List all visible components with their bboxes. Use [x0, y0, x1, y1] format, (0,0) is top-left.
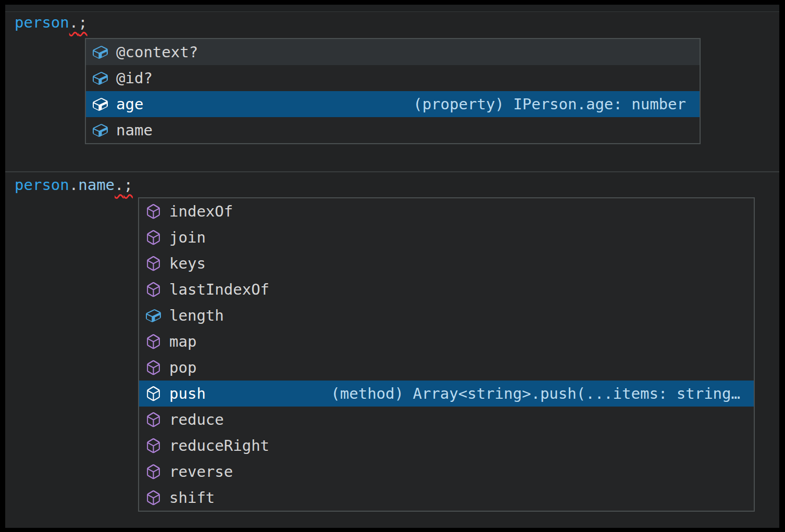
- suggestion-label: reduce: [169, 411, 224, 428]
- suggest-widget-2: indexOfjoinkeyslastIndexOflengthmappoppu…: [138, 197, 755, 512]
- suggest-widget-1: @context?@id?age(property) IPerson.age: …: [85, 38, 701, 144]
- suggestion-label: map: [169, 333, 196, 350]
- suggestion-item-length[interactable]: length: [139, 302, 754, 328]
- suggestion-label: keys: [169, 255, 206, 272]
- suggestion-detail: (property) IPerson.age: number: [413, 95, 700, 113]
- symbol-method-icon: [145, 359, 162, 376]
- suggestion-label: reverse: [169, 463, 233, 480]
- suggestion-label: lastIndexOf: [169, 281, 269, 298]
- suggestion-label: join: [169, 229, 206, 246]
- suggestion-item-age[interactable]: age(property) IPerson.age: number: [86, 91, 700, 117]
- code-token: person: [15, 176, 69, 194]
- code-token: ;: [124, 176, 133, 194]
- code-token: name: [78, 176, 115, 194]
- suggestion-item-reduce[interactable]: reduce: [139, 407, 754, 433]
- suggestion-item-shift[interactable]: shift: [139, 485, 754, 511]
- divider: [5, 171, 779, 172]
- suggestion-label: shift: [169, 489, 215, 506]
- code-token: .: [69, 176, 78, 194]
- symbol-field-icon: [92, 70, 109, 87]
- editor[interactable]: person.; person.name.; @context?@id?age(…: [5, 5, 779, 528]
- suggestion-item-indexof[interactable]: indexOf: [139, 198, 754, 224]
- symbol-method-icon: [145, 411, 162, 428]
- suggestion-item-keys[interactable]: keys: [139, 250, 754, 276]
- suggestion-label: length: [169, 307, 224, 324]
- symbol-method-icon: [145, 489, 162, 506]
- code-token: .: [69, 14, 78, 31]
- code-line-2[interactable]: person.name.;: [15, 175, 133, 194]
- code-token: person: [15, 14, 69, 31]
- symbol-field-icon: [92, 96, 109, 113]
- suggestion-item-lastindexof[interactable]: lastIndexOf: [139, 276, 754, 302]
- suggestion-item-name[interactable]: name: [86, 117, 700, 143]
- code-token: .: [115, 176, 123, 194]
- suggestion-label: push: [169, 385, 206, 402]
- symbol-method-icon: [145, 437, 162, 454]
- suggestion-item-reduceright[interactable]: reduceRight: [139, 433, 754, 459]
- divider: [5, 5, 779, 12]
- suggestion-item-reverse[interactable]: reverse: [139, 459, 754, 485]
- suggestion-item-pop[interactable]: pop: [139, 354, 754, 381]
- suggestion-label: name: [116, 121, 153, 139]
- suggestion-detail: (method) Array<string>.push(...items: st…: [331, 385, 754, 402]
- symbol-method-icon: [145, 281, 162, 298]
- suggestion-label: @id?: [116, 69, 153, 87]
- symbol-method-icon: [145, 229, 162, 246]
- suggestion-item-id[interactable]: @id?: [86, 65, 700, 91]
- symbol-field-icon: [145, 307, 162, 324]
- suggestion-label: age: [116, 95, 143, 113]
- symbol-field-icon: [92, 44, 109, 61]
- symbol-method-icon: [145, 385, 162, 402]
- suggestion-item-join[interactable]: join: [139, 224, 754, 250]
- symbol-method-icon: [145, 463, 162, 480]
- symbol-method-icon: [145, 333, 162, 350]
- symbol-method-icon: [145, 203, 162, 220]
- suggestion-label: reduceRight: [169, 437, 269, 454]
- symbol-field-icon: [92, 122, 109, 139]
- code-line-1[interactable]: person.;: [15, 13, 88, 32]
- suggestion-label: @context?: [116, 43, 198, 61]
- symbol-method-icon: [145, 255, 162, 272]
- suggestion-item-push[interactable]: push(method) Array<string>.push(...items…: [139, 381, 754, 407]
- suggestion-label: pop: [169, 359, 196, 376]
- suggestion-item-context[interactable]: @context?: [86, 39, 700, 65]
- suggestion-label: indexOf: [169, 202, 233, 220]
- code-token: ;: [78, 14, 87, 31]
- suggestion-item-map[interactable]: map: [139, 328, 754, 354]
